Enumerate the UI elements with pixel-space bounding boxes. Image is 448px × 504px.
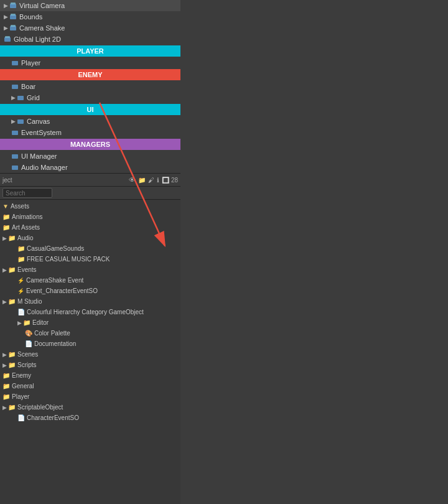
eye-icon[interactable]: 👁 [129, 176, 136, 184]
cube-icon [17, 94, 24, 101]
hierarchy-item-audio-manager[interactable]: Audio Manager [0, 162, 180, 173]
hierarchy-item-camera-shake[interactable]: ▶ Camera Shake [0, 22, 180, 34]
asset-item-general[interactable]: 📁 General [0, 381, 180, 391]
asset-item-music-pack[interactable]: 📁 FREE CASUAL MUSIC PACK [0, 254, 180, 264]
asset-item-audio[interactable]: ▶ 📁 Audio [0, 233, 180, 243]
asset-panel: ject 👁 📁 🖌 ℹ 🔳 28 ▼ Assets 📁 Animations [0, 173, 180, 504]
asset-panel-label: ject [2, 177, 12, 184]
svg-rect-0 [10, 4, 16, 8]
svg-rect-12 [12, 131, 18, 135]
hierarchy-item-global-light[interactable]: Global Light 2D [0, 34, 180, 45]
hierarchy-label: Boar [21, 83, 35, 90]
asset-toolbar: ject 👁 📁 🖌 ℹ 🔳 28 [0, 174, 180, 187]
category-bar-player: PLAYER [0, 45, 180, 57]
asset-label: Scripts [17, 362, 37, 368]
asset-item-scripts[interactable]: ▶ 📁 Scripts [0, 360, 180, 370]
category-bar-enemy: ENEMY [0, 69, 180, 80]
folder-icon[interactable]: 📁 [138, 177, 146, 184]
hierarchy-label: UI Manager [21, 152, 57, 160]
hierarchy-item-player[interactable]: Player [0, 57, 180, 68]
cube-icon [9, 2, 17, 9]
asset-item-character-event[interactable]: ⚡ Event_CharacterEventSO [0, 286, 180, 296]
svg-rect-7 [5, 36, 10, 38]
svg-rect-14 [12, 166, 18, 170]
hierarchy-label: EventSystem [21, 129, 62, 136]
asset-item-character-event-so[interactable]: 📄 CharacterEventSO [0, 413, 180, 423]
asset-label: Editor [32, 319, 49, 326]
asset-label: Documentation [34, 340, 76, 347]
svg-rect-9 [12, 85, 18, 89]
asset-item-casual-sounds[interactable]: 📁 CasualGameSounds [0, 243, 180, 254]
asset-item-editor[interactable]: ▶ 📁 Editor [0, 317, 180, 328]
asset-item-documentation[interactable]: 📄 Documentation [0, 338, 180, 349]
asset-label: CasualGameSounds [27, 245, 84, 252]
cube-icon [11, 152, 19, 160]
cube-icon [4, 35, 11, 43]
asset-item-scenes[interactable]: ▶ 📁 Scenes [0, 349, 180, 360]
hierarchy-label: Grid [27, 94, 40, 101]
asset-item-color-palette[interactable]: 🎨 Color Palette [0, 328, 180, 338]
cube-icon [17, 118, 24, 125]
svg-rect-10 [17, 96, 24, 100]
svg-rect-4 [10, 26, 16, 30]
hierarchy-item-eventsystem[interactable]: EventSystem [0, 127, 180, 138]
asset-label: CharacterEventSO [27, 414, 79, 421]
asset-label: Animations [12, 213, 42, 220]
hierarchy-item-boar[interactable]: Boar [0, 81, 180, 92]
asset-label: Colourful Hierarchy Category GameObject [27, 309, 144, 315]
hierarchy-label: Audio Manager [21, 164, 68, 171]
hierarchy-item-canvas[interactable]: ▶ Canvas [0, 116, 180, 127]
asset-label: General [12, 383, 34, 390]
asset-search-input[interactable] [2, 188, 52, 198]
svg-rect-1 [11, 2, 16, 4]
category-bar-ui: UI [0, 104, 180, 115]
hierarchy-label: Camera Shake [19, 24, 65, 32]
asset-label: CameraShake Event [26, 277, 83, 284]
asset-label: Art Assets [12, 224, 40, 231]
asset-item-enemy[interactable]: 📁 Enemy [0, 370, 180, 381]
svg-rect-2 [10, 15, 16, 19]
cube-icon [11, 83, 19, 90]
brush-icon[interactable]: 🖌 [148, 177, 154, 184]
asset-item-art-assets[interactable]: 📁 Art Assets [0, 222, 180, 233]
svg-rect-13 [12, 154, 18, 159]
asset-search-row [0, 187, 180, 200]
asset-item-camera-shake-event[interactable]: ⚡ CameraShake Event [0, 275, 180, 286]
svg-rect-5 [11, 25, 16, 27]
asset-item-m-studio[interactable]: ▶ 📁 M Studio [0, 296, 180, 307]
cube-icon [11, 129, 19, 136]
svg-rect-6 [4, 37, 11, 42]
asset-item-player[interactable]: 📁 Player [0, 391, 180, 402]
hierarchy-label: Virtual Camera [19, 2, 65, 9]
hierarchy-label: Canvas [27, 118, 50, 125]
asset-label: M Studio [17, 298, 42, 305]
cube-icon [9, 24, 17, 32]
cube-icon [11, 164, 19, 171]
cube-icon [9, 13, 17, 21]
asset-label: Events [17, 266, 37, 273]
svg-rect-8 [12, 61, 18, 65]
asset-label: ScriptableObject [17, 404, 63, 411]
hierarchy-item-virtual-camera[interactable]: ▶ Virtual Camera [0, 0, 180, 11]
hierarchy-label: Global Light 2D [14, 35, 61, 43]
asset-list: ▼ Assets 📁 Animations 📁 Art Assets ▶ 📁 A… [0, 200, 180, 504]
asset-label: Player [12, 393, 29, 400]
hierarchy-item-grid[interactable]: ▶ Grid [0, 92, 180, 103]
asset-label: Assets [11, 203, 29, 210]
svg-rect-3 [11, 14, 16, 16]
count-badge: 🔳 28 [162, 177, 178, 184]
hierarchy-label: Bounds [19, 13, 42, 21]
category-bar-managers: MANAGERS [0, 139, 180, 150]
asset-item-assets[interactable]: ▼ Assets [0, 201, 180, 212]
asset-label: Color Palette [34, 330, 70, 337]
asset-label: Enemy [12, 372, 31, 379]
asset-item-events[interactable]: ▶ 📁 Events [0, 264, 180, 275]
asset-label: Scenes [17, 351, 38, 358]
asset-item-scriptable-object[interactable]: ▶ 📁 ScriptableObject [0, 402, 180, 413]
hierarchy-item-bounds[interactable]: ▶ Bounds [0, 11, 180, 22]
info-icon[interactable]: ℹ [157, 177, 159, 184]
hierarchy-item-ui-manager[interactable]: UI Manager [0, 151, 180, 162]
asset-label: FREE CASUAL MUSIC PACK [27, 256, 110, 263]
asset-item-animations[interactable]: 📁 Animations [0, 212, 180, 222]
asset-item-colourful[interactable]: 📄 Colourful Hierarchy Category GameObjec… [0, 307, 180, 317]
